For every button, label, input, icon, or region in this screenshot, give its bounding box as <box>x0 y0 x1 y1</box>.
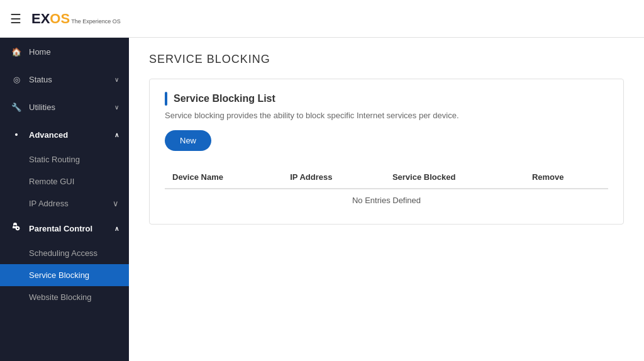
col-remove: Remove <box>525 166 608 189</box>
scheduling-access-label: Scheduling Access <box>29 248 97 258</box>
ip-address-chevron-icon: ∨ <box>113 199 119 208</box>
utilities-icon: 🔧 <box>10 101 23 113</box>
parental-control-chevron-icon: ∧ <box>114 225 119 232</box>
sidebar-item-status[interactable]: ◎ Status ∨ <box>0 65 129 93</box>
main-layout: 🏠 Home ◎ Status ∨ 🔧 Utilities ∨ Advanced… <box>0 38 644 361</box>
sidebar-section-advanced[interactable]: Advanced ∧ <box>0 121 129 148</box>
col-service-blocked: Service Blocked <box>385 166 525 189</box>
table-row-empty: No Entries Defined <box>165 189 608 211</box>
advanced-chevron-icon: ∧ <box>114 131 119 138</box>
ip-address-label: IP Address <box>29 199 69 208</box>
new-button[interactable]: New <box>165 130 211 151</box>
parental-control-label: Parental Control <box>29 224 92 233</box>
sidebar: 🏠 Home ◎ Status ∨ 🔧 Utilities ∨ Advanced… <box>0 38 129 361</box>
logo-container: EXOS The Experience OS <box>31 11 121 27</box>
logo-ex: EX <box>31 11 50 26</box>
section-header: Service Blocking List <box>165 92 608 106</box>
no-entries-message: No Entries Defined <box>165 189 608 211</box>
col-ip-address: IP Address <box>282 166 385 189</box>
advanced-icon <box>10 128 23 141</box>
sidebar-subitem-remote-gui[interactable]: Remote GUI <box>0 170 129 192</box>
top-header: ☰ EXOS The Experience OS <box>0 0 644 38</box>
service-blocking-label: Service Blocking <box>29 270 89 280</box>
section-card: Service Blocking List Service blocking p… <box>149 79 624 225</box>
sidebar-advanced-label: Advanced <box>29 130 68 140</box>
svg-point-0 <box>15 133 18 136</box>
page-title: SERVICE BLOCKING <box>149 53 624 66</box>
section-accent <box>165 92 167 106</box>
utilities-chevron-icon: ∨ <box>114 104 119 111</box>
sidebar-item-utilities-label: Utilities <box>29 103 114 112</box>
status-icon: ◎ <box>10 73 23 86</box>
logo-text: EXOS <box>31 11 70 27</box>
sidebar-subitem-service-blocking[interactable]: Service Blocking <box>0 264 129 286</box>
sidebar-section-parental-control[interactable]: Parental Control ∧ <box>0 214 129 242</box>
data-table: Device Name IP Address Service Blocked R… <box>165 166 608 211</box>
static-routing-label: Static Routing <box>29 155 80 164</box>
sidebar-item-home[interactable]: 🏠 Home <box>0 38 129 65</box>
sidebar-subitem-website-blocking[interactable]: Website Blocking <box>0 286 129 308</box>
main-content: SERVICE BLOCKING Service Blocking List S… <box>129 38 644 361</box>
website-blocking-label: Website Blocking <box>29 292 91 302</box>
sidebar-item-home-label: Home <box>29 47 119 57</box>
hamburger-icon[interactable]: ☰ <box>10 11 21 26</box>
logo-tagline: The Experience OS <box>71 18 121 25</box>
sidebar-subitem-scheduling-access[interactable]: Scheduling Access <box>0 242 129 264</box>
status-chevron-icon: ∨ <box>114 76 119 83</box>
col-device-name: Device Name <box>165 166 282 189</box>
sidebar-subitem-ip-address[interactable]: IP Address ∨ <box>0 192 129 214</box>
sidebar-item-utilities[interactable]: 🔧 Utilities ∨ <box>0 93 129 121</box>
section-description: Service blocking provides the ability to… <box>165 111 608 120</box>
remote-gui-label: Remote GUI <box>29 177 74 186</box>
sidebar-subitem-static-routing[interactable]: Static Routing <box>0 148 129 170</box>
section-title: Service Blocking List <box>174 93 275 104</box>
home-icon: 🏠 <box>10 45 23 58</box>
logo-os: OS <box>50 11 70 26</box>
parental-control-icon <box>10 222 23 235</box>
sidebar-item-status-label: Status <box>29 75 114 84</box>
